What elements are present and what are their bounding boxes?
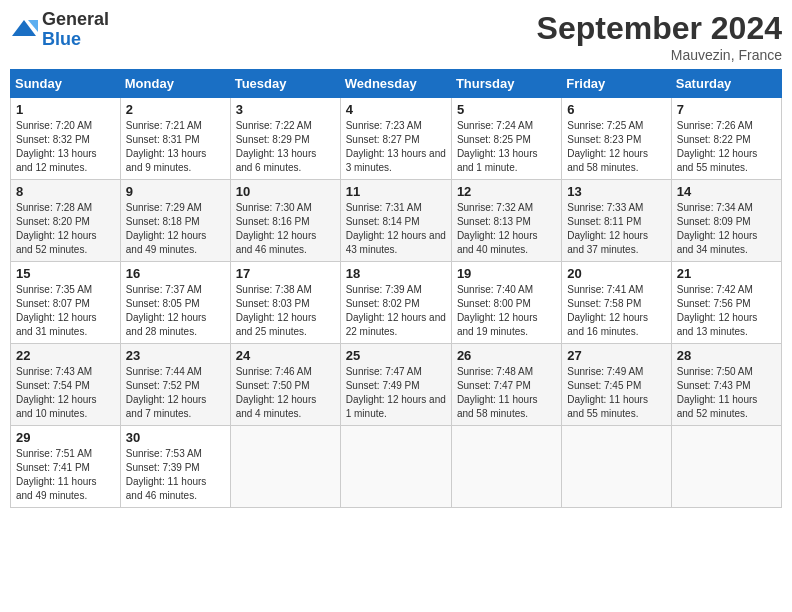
calendar-week-row: 22 Sunrise: 7:43 AMSunset: 7:54 PMDaylig… (11, 344, 782, 426)
day-number: 13 (567, 184, 665, 199)
day-number: 10 (236, 184, 335, 199)
day-number: 16 (126, 266, 225, 281)
calendar-table: SundayMondayTuesdayWednesdayThursdayFrid… (10, 69, 782, 508)
day-info: Sunrise: 7:33 AMSunset: 8:11 PMDaylight:… (567, 201, 665, 257)
page-header: General Blue September 2024 Mauvezin, Fr… (10, 10, 782, 63)
weekday-header: Wednesday (340, 70, 451, 98)
day-number: 24 (236, 348, 335, 363)
calendar-cell: 30 Sunrise: 7:53 AMSunset: 7:39 PMDaylig… (120, 426, 230, 508)
day-number: 23 (126, 348, 225, 363)
calendar-cell: 28 Sunrise: 7:50 AMSunset: 7:43 PMDaylig… (671, 344, 781, 426)
day-info: Sunrise: 7:47 AMSunset: 7:49 PMDaylight:… (346, 365, 446, 421)
day-info: Sunrise: 7:51 AMSunset: 7:41 PMDaylight:… (16, 447, 115, 503)
day-info: Sunrise: 7:37 AMSunset: 8:05 PMDaylight:… (126, 283, 225, 339)
calendar-cell: 22 Sunrise: 7:43 AMSunset: 7:54 PMDaylig… (11, 344, 121, 426)
day-number: 2 (126, 102, 225, 117)
day-info: Sunrise: 7:21 AMSunset: 8:31 PMDaylight:… (126, 119, 225, 175)
logo-blue: Blue (42, 30, 109, 50)
day-info: Sunrise: 7:41 AMSunset: 7:58 PMDaylight:… (567, 283, 665, 339)
day-info: Sunrise: 7:24 AMSunset: 8:25 PMDaylight:… (457, 119, 556, 175)
calendar-cell: 6 Sunrise: 7:25 AMSunset: 8:23 PMDayligh… (562, 98, 671, 180)
calendar-cell: 27 Sunrise: 7:49 AMSunset: 7:45 PMDaylig… (562, 344, 671, 426)
logo-text: General Blue (42, 10, 109, 50)
day-number: 4 (346, 102, 446, 117)
day-number: 8 (16, 184, 115, 199)
calendar-cell: 5 Sunrise: 7:24 AMSunset: 8:25 PMDayligh… (451, 98, 561, 180)
day-number: 17 (236, 266, 335, 281)
calendar-cell: 16 Sunrise: 7:37 AMSunset: 8:05 PMDaylig… (120, 262, 230, 344)
logo-general: General (42, 10, 109, 30)
logo-icon (10, 16, 38, 44)
calendar-cell: 18 Sunrise: 7:39 AMSunset: 8:02 PMDaylig… (340, 262, 451, 344)
calendar-cell: 20 Sunrise: 7:41 AMSunset: 7:58 PMDaylig… (562, 262, 671, 344)
day-info: Sunrise: 7:31 AMSunset: 8:14 PMDaylight:… (346, 201, 446, 257)
calendar-cell (562, 426, 671, 508)
day-info: Sunrise: 7:43 AMSunset: 7:54 PMDaylight:… (16, 365, 115, 421)
weekday-header: Thursday (451, 70, 561, 98)
day-info: Sunrise: 7:40 AMSunset: 8:00 PMDaylight:… (457, 283, 556, 339)
day-number: 20 (567, 266, 665, 281)
day-number: 28 (677, 348, 776, 363)
day-info: Sunrise: 7:50 AMSunset: 7:43 PMDaylight:… (677, 365, 776, 421)
day-info: Sunrise: 7:48 AMSunset: 7:47 PMDaylight:… (457, 365, 556, 421)
day-number: 25 (346, 348, 446, 363)
day-info: Sunrise: 7:42 AMSunset: 7:56 PMDaylight:… (677, 283, 776, 339)
calendar-cell: 21 Sunrise: 7:42 AMSunset: 7:56 PMDaylig… (671, 262, 781, 344)
calendar-cell: 4 Sunrise: 7:23 AMSunset: 8:27 PMDayligh… (340, 98, 451, 180)
day-number: 18 (346, 266, 446, 281)
day-info: Sunrise: 7:25 AMSunset: 8:23 PMDaylight:… (567, 119, 665, 175)
weekday-header-row: SundayMondayTuesdayWednesdayThursdayFrid… (11, 70, 782, 98)
calendar-cell (451, 426, 561, 508)
calendar-cell: 9 Sunrise: 7:29 AMSunset: 8:18 PMDayligh… (120, 180, 230, 262)
day-number: 30 (126, 430, 225, 445)
calendar-cell: 29 Sunrise: 7:51 AMSunset: 7:41 PMDaylig… (11, 426, 121, 508)
calendar-cell: 8 Sunrise: 7:28 AMSunset: 8:20 PMDayligh… (11, 180, 121, 262)
month-title: September 2024 (537, 10, 782, 47)
calendar-cell: 26 Sunrise: 7:48 AMSunset: 7:47 PMDaylig… (451, 344, 561, 426)
calendar-cell: 10 Sunrise: 7:30 AMSunset: 8:16 PMDaylig… (230, 180, 340, 262)
day-number: 6 (567, 102, 665, 117)
day-info: Sunrise: 7:38 AMSunset: 8:03 PMDaylight:… (236, 283, 335, 339)
day-number: 19 (457, 266, 556, 281)
day-number: 14 (677, 184, 776, 199)
day-info: Sunrise: 7:53 AMSunset: 7:39 PMDaylight:… (126, 447, 225, 503)
calendar-cell: 25 Sunrise: 7:47 AMSunset: 7:49 PMDaylig… (340, 344, 451, 426)
calendar-cell: 23 Sunrise: 7:44 AMSunset: 7:52 PMDaylig… (120, 344, 230, 426)
day-number: 12 (457, 184, 556, 199)
calendar-week-row: 1 Sunrise: 7:20 AMSunset: 8:32 PMDayligh… (11, 98, 782, 180)
day-info: Sunrise: 7:32 AMSunset: 8:13 PMDaylight:… (457, 201, 556, 257)
day-number: 29 (16, 430, 115, 445)
day-number: 11 (346, 184, 446, 199)
calendar-cell: 11 Sunrise: 7:31 AMSunset: 8:14 PMDaylig… (340, 180, 451, 262)
logo: General Blue (10, 10, 109, 50)
day-number: 7 (677, 102, 776, 117)
calendar-cell: 19 Sunrise: 7:40 AMSunset: 8:00 PMDaylig… (451, 262, 561, 344)
day-info: Sunrise: 7:28 AMSunset: 8:20 PMDaylight:… (16, 201, 115, 257)
day-info: Sunrise: 7:29 AMSunset: 8:18 PMDaylight:… (126, 201, 225, 257)
calendar-cell: 15 Sunrise: 7:35 AMSunset: 8:07 PMDaylig… (11, 262, 121, 344)
weekday-header: Saturday (671, 70, 781, 98)
calendar-cell: 7 Sunrise: 7:26 AMSunset: 8:22 PMDayligh… (671, 98, 781, 180)
day-number: 27 (567, 348, 665, 363)
day-info: Sunrise: 7:49 AMSunset: 7:45 PMDaylight:… (567, 365, 665, 421)
day-info: Sunrise: 7:22 AMSunset: 8:29 PMDaylight:… (236, 119, 335, 175)
calendar-week-row: 8 Sunrise: 7:28 AMSunset: 8:20 PMDayligh… (11, 180, 782, 262)
day-info: Sunrise: 7:46 AMSunset: 7:50 PMDaylight:… (236, 365, 335, 421)
day-number: 26 (457, 348, 556, 363)
calendar-cell: 13 Sunrise: 7:33 AMSunset: 8:11 PMDaylig… (562, 180, 671, 262)
calendar-cell: 3 Sunrise: 7:22 AMSunset: 8:29 PMDayligh… (230, 98, 340, 180)
day-info: Sunrise: 7:20 AMSunset: 8:32 PMDaylight:… (16, 119, 115, 175)
calendar-cell (230, 426, 340, 508)
day-number: 9 (126, 184, 225, 199)
location: Mauvezin, France (537, 47, 782, 63)
weekday-header: Monday (120, 70, 230, 98)
calendar-week-row: 15 Sunrise: 7:35 AMSunset: 8:07 PMDaylig… (11, 262, 782, 344)
calendar-cell: 24 Sunrise: 7:46 AMSunset: 7:50 PMDaylig… (230, 344, 340, 426)
day-info: Sunrise: 7:35 AMSunset: 8:07 PMDaylight:… (16, 283, 115, 339)
day-info: Sunrise: 7:44 AMSunset: 7:52 PMDaylight:… (126, 365, 225, 421)
day-info: Sunrise: 7:23 AMSunset: 8:27 PMDaylight:… (346, 119, 446, 175)
calendar-cell: 12 Sunrise: 7:32 AMSunset: 8:13 PMDaylig… (451, 180, 561, 262)
day-info: Sunrise: 7:26 AMSunset: 8:22 PMDaylight:… (677, 119, 776, 175)
calendar-cell (671, 426, 781, 508)
day-number: 5 (457, 102, 556, 117)
